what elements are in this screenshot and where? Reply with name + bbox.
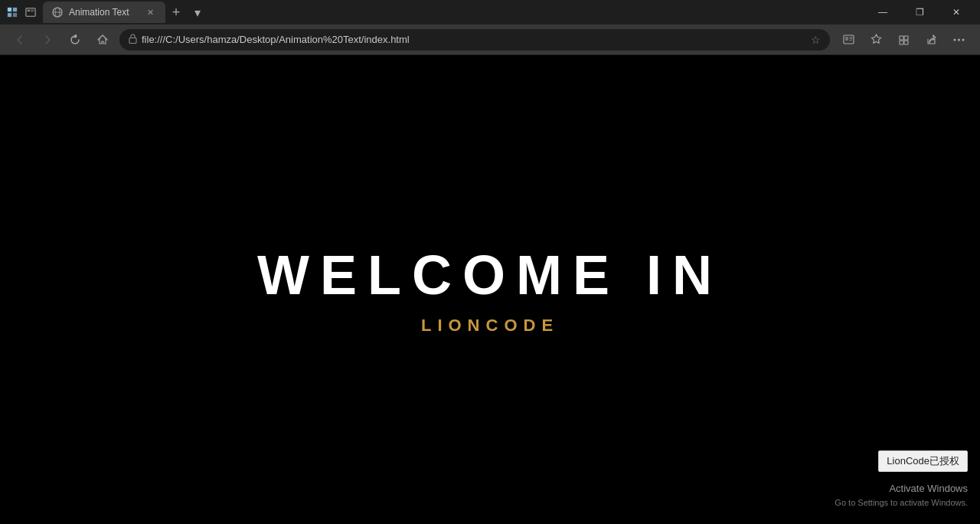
svg-rect-15	[849, 38, 852, 39]
svg-rect-13	[845, 37, 848, 41]
headline-text: WELCOME IN	[257, 244, 723, 306]
favorites-icon[interactable]: ☆	[811, 34, 821, 46]
svg-rect-19	[900, 41, 903, 44]
new-tab-button[interactable]: +	[165, 2, 187, 23]
svg-rect-3	[13, 13, 17, 17]
center-content: WELCOME IN LIONCODE	[257, 244, 723, 336]
close-button[interactable]: ✕	[939, 0, 974, 25]
tab-favicon-icon	[52, 7, 63, 18]
svg-rect-1	[13, 8, 17, 11]
svg-rect-12	[844, 35, 854, 44]
watermark-badge: LionCode已授权	[878, 450, 968, 472]
url-lock-icon	[129, 34, 137, 45]
title-bar: Animation Text ✕ + ▾ — ❐ ✕	[0, 0, 980, 25]
collections-button[interactable]	[891, 28, 916, 52]
brand-text: LIONCODE	[421, 316, 559, 336]
svg-rect-0	[8, 8, 11, 11]
tab-title: Animation Text	[69, 7, 138, 18]
back-button[interactable]	[9, 29, 31, 51]
url-box[interactable]: file:///C:/Users/hamza/Desktop/Animation…	[119, 29, 830, 51]
toolbar-actions	[836, 28, 971, 52]
svg-rect-18	[904, 36, 908, 40]
share-button[interactable]	[919, 28, 943, 52]
webpage-content: WELCOME IN LIONCODE LionCode已授权 Activate…	[0, 55, 980, 524]
address-bar: file:///C:/Users/hamza/Desktop/Animation…	[0, 25, 980, 55]
svg-rect-16	[849, 40, 851, 41]
forward-button[interactable]	[37, 29, 58, 51]
svg-rect-14	[849, 37, 852, 38]
window-icon	[6, 6, 18, 18]
minimize-button[interactable]: —	[865, 0, 900, 25]
svg-rect-6	[31, 10, 34, 11]
activate-windows-sub: Go to Settings to activate Windows.	[835, 496, 968, 509]
svg-rect-7	[31, 11, 34, 11]
svg-point-22	[958, 38, 960, 41]
more-button[interactable]	[946, 28, 971, 52]
tab-bar: Animation Text ✕ + ▾	[43, 2, 865, 23]
svg-point-23	[962, 38, 964, 41]
svg-rect-17	[900, 36, 903, 40]
svg-rect-2	[8, 13, 11, 17]
url-text: file:///C:/Users/hamza/Desktop/Animation…	[142, 34, 806, 45]
taskbar-icon-back	[24, 6, 37, 18]
tab-dropdown-button[interactable]: ▾	[187, 2, 208, 23]
svg-rect-20	[904, 41, 908, 44]
active-tab[interactable]: Animation Text ✕	[43, 2, 165, 23]
favorites-star-button[interactable]	[864, 28, 888, 52]
title-bar-left	[6, 6, 37, 18]
window-controls: — ❐ ✕	[865, 0, 974, 25]
browser-window: Animation Text ✕ + ▾ — ❐ ✕	[0, 0, 980, 524]
activate-windows-title: Activate Windows	[835, 481, 968, 496]
home-button[interactable]	[92, 29, 113, 51]
reader-view-button[interactable]	[836, 28, 861, 52]
svg-rect-5	[28, 10, 31, 12]
tab-close-button[interactable]: ✕	[144, 6, 156, 18]
maximize-button[interactable]: ❐	[902, 0, 937, 25]
svg-point-21	[953, 38, 956, 41]
svg-rect-4	[26, 8, 35, 17]
svg-rect-11	[129, 38, 136, 44]
refresh-button[interactable]	[64, 29, 86, 51]
windows-activation-notice: Activate Windows Go to Settings to activ…	[835, 481, 968, 509]
